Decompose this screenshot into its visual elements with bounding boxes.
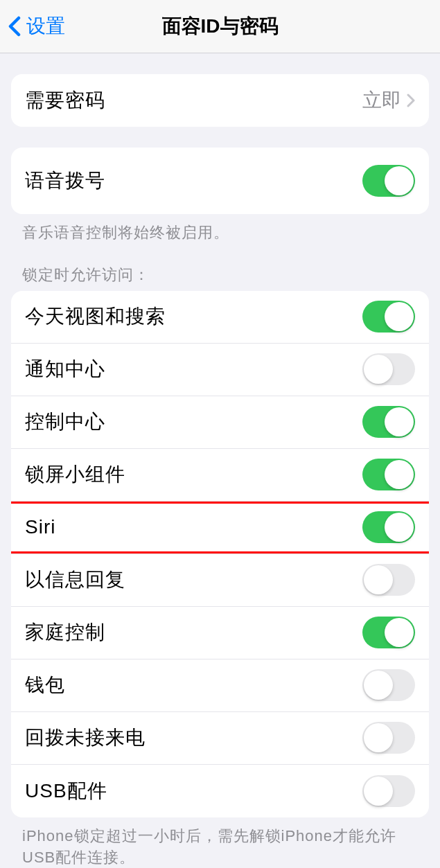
lock-access-toggle[interactable] bbox=[362, 564, 415, 596]
lock-access-toggle[interactable] bbox=[362, 669, 415, 701]
voice-dial-footer: 音乐语音控制将始终被启用。 bbox=[0, 214, 440, 244]
lock-access-label: 通知中心 bbox=[25, 356, 105, 382]
lock-access-header: 锁定时允许访问： bbox=[0, 244, 440, 291]
back-label: 设置 bbox=[26, 13, 65, 39]
lock-access-row: 通知中心 bbox=[11, 344, 429, 396]
voice-dial-toggle[interactable] bbox=[362, 165, 415, 197]
lock-access-toggle[interactable] bbox=[362, 617, 415, 648]
voice-dial-label: 语音拨号 bbox=[25, 168, 105, 194]
lock-access-toggle[interactable] bbox=[362, 511, 415, 543]
require-passcode-label: 需要密码 bbox=[25, 87, 105, 114]
chevron-right-icon bbox=[407, 94, 415, 107]
lock-access-toggle[interactable] bbox=[362, 459, 415, 490]
group-lock-access: 今天视图和搜索通知中心控制中心锁屏小组件Siri以信息回复家庭控制钱包回拨未接来… bbox=[11, 291, 429, 817]
lock-access-row: 回拨未接来电 bbox=[11, 712, 429, 765]
lock-access-toggle[interactable] bbox=[362, 301, 415, 333]
lock-access-row: 钱包 bbox=[11, 659, 429, 712]
lock-access-label: 今天视图和搜索 bbox=[25, 303, 166, 330]
lock-access-label: 以信息回复 bbox=[25, 567, 125, 593]
lock-access-toggle[interactable] bbox=[362, 406, 415, 438]
lock-access-toggle[interactable] bbox=[362, 722, 415, 754]
lock-access-label: Siri bbox=[25, 516, 55, 538]
lock-access-label: 锁屏小组件 bbox=[25, 461, 125, 488]
lock-access-label: USB配件 bbox=[25, 778, 107, 804]
lock-access-row: Siri bbox=[11, 502, 429, 554]
group-require-passcode: 需要密码 立即 bbox=[11, 74, 429, 127]
lock-access-row: 以信息回复 bbox=[11, 554, 429, 607]
chevron-left-icon bbox=[8, 16, 21, 37]
lock-access-label: 回拨未接来电 bbox=[25, 725, 146, 751]
lock-access-row: USB配件 bbox=[11, 765, 429, 817]
navigation-bar: 设置 面容ID与密码 bbox=[0, 0, 440, 53]
lock-access-row: 锁屏小组件 bbox=[11, 449, 429, 502]
lock-access-label: 控制中心 bbox=[25, 409, 105, 435]
lock-access-toggle[interactable] bbox=[362, 353, 415, 385]
require-passcode-value: 立即 bbox=[362, 87, 401, 114]
lock-access-label: 家庭控制 bbox=[25, 619, 105, 646]
voice-dial-row: 语音拨号 bbox=[11, 148, 429, 214]
page-title: 面容ID与密码 bbox=[0, 13, 440, 39]
require-passcode-detail: 立即 bbox=[362, 87, 415, 114]
lock-access-row: 家庭控制 bbox=[11, 607, 429, 659]
require-passcode-row[interactable]: 需要密码 立即 bbox=[11, 74, 429, 127]
group-voice-dial: 语音拨号 bbox=[11, 148, 429, 214]
lock-access-row: 控制中心 bbox=[11, 396, 429, 449]
lock-access-footer: iPhone锁定超过一小时后，需先解锁iPhone才能允许USB配件连接。 bbox=[0, 817, 440, 868]
lock-access-label: 钱包 bbox=[25, 672, 65, 698]
back-button[interactable]: 设置 bbox=[0, 13, 65, 39]
lock-access-toggle[interactable] bbox=[362, 775, 415, 807]
lock-access-row: 今天视图和搜索 bbox=[11, 291, 429, 344]
